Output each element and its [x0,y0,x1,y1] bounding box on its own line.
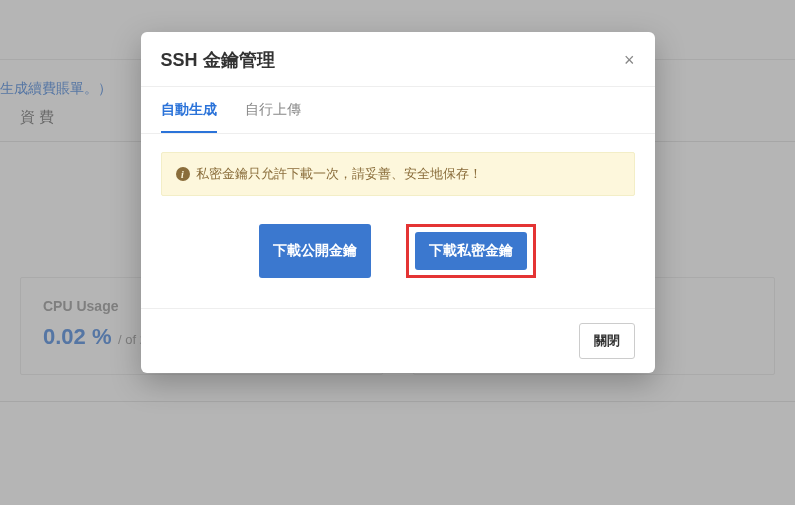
modal-title: SSH 金鑰管理 [161,48,275,72]
close-button[interactable]: 關閉 [579,323,635,359]
modal-footer: 關閉 [141,308,655,373]
tabs-container: 自動生成 自行上傳 [141,87,655,134]
download-button-row: 下載公開金鑰 下載私密金鑰 [161,224,635,278]
modal-overlay[interactable]: SSH 金鑰管理 × 自動生成 自行上傳 i 私密金鑰只允許下載一次，請妥善、安… [0,0,795,505]
info-icon: i [176,167,190,181]
alert-banner: i 私密金鑰只允許下載一次，請妥善、安全地保存！ [161,152,635,196]
tab-auto-generate[interactable]: 自動生成 [161,87,217,133]
ssh-key-modal: SSH 金鑰管理 × 自動生成 自行上傳 i 私密金鑰只允許下載一次，請妥善、安… [141,32,655,373]
download-private-key-button[interactable]: 下載私密金鑰 [415,232,527,270]
modal-body: i 私密金鑰只允許下載一次，請妥善、安全地保存！ 下載公開金鑰 下載私密金鑰 [141,134,655,308]
tab-manual-upload[interactable]: 自行上傳 [245,87,301,133]
modal-header: SSH 金鑰管理 × [141,32,655,87]
close-icon[interactable]: × [624,51,635,69]
alert-text: 私密金鑰只允許下載一次，請妥善、安全地保存！ [196,165,482,183]
download-public-key-button[interactable]: 下載公開金鑰 [259,224,371,278]
highlight-box: 下載私密金鑰 [406,224,536,278]
